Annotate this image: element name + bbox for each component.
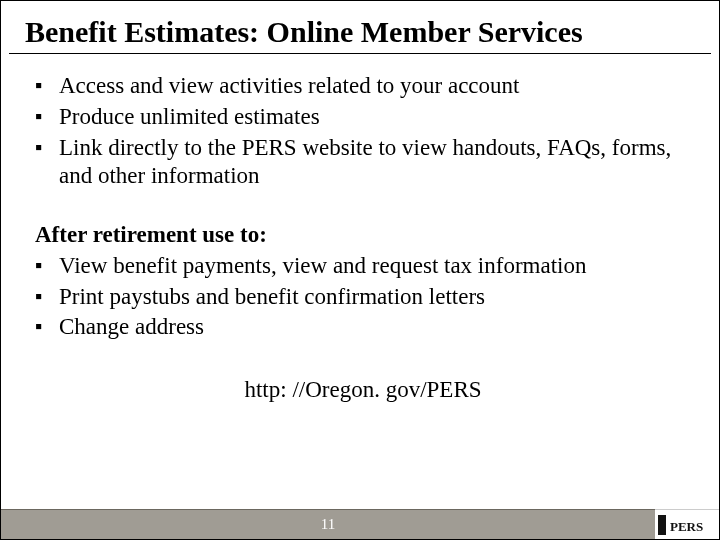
list-item: Link directly to the PERS website to vie… bbox=[35, 134, 691, 192]
pers-logo: PERS bbox=[655, 509, 719, 539]
list-item: Access and view activities related to yo… bbox=[35, 72, 691, 101]
list-item: Print paystubs and benefit confirmation … bbox=[35, 283, 691, 312]
bullet-list-top: Access and view activities related to yo… bbox=[35, 72, 691, 191]
footer-bar: 11 PERS bbox=[1, 509, 719, 539]
list-item: Change address bbox=[35, 313, 691, 342]
bullet-list-bottom: View benefit payments, view and request … bbox=[35, 252, 691, 342]
pers-logo-icon: PERS bbox=[658, 513, 716, 537]
logo-text: PERS bbox=[670, 519, 703, 534]
svg-rect-0 bbox=[658, 515, 666, 535]
page-number: 11 bbox=[321, 516, 335, 533]
subheading: After retirement use to: bbox=[35, 221, 691, 250]
footer-left: 11 bbox=[1, 509, 655, 539]
slide-body: Access and view activities related to yo… bbox=[1, 54, 719, 405]
list-item: View benefit payments, view and request … bbox=[35, 252, 691, 281]
url-text: http: //Oregon. gov/PERS bbox=[35, 376, 691, 405]
list-item: Produce unlimited estimates bbox=[35, 103, 691, 132]
slide-title: Benefit Estimates: Online Member Service… bbox=[1, 1, 719, 53]
